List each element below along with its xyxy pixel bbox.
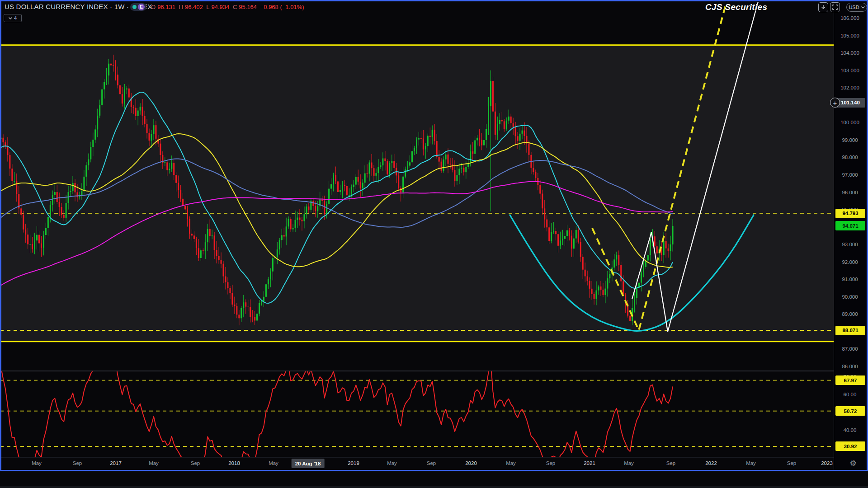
high-label: H (179, 4, 183, 10)
price-tick: 90.000 (834, 294, 866, 300)
time-tick-year: 2022 (705, 460, 717, 466)
download-button[interactable] (818, 2, 828, 12)
chart-window: US DOLLAR CURRENCY INDEX · 1W · INDEX E … (0, 0, 868, 488)
data-source-badge[interactable]: E (130, 3, 146, 11)
currency-dropdown[interactable]: USD (846, 3, 867, 12)
time-tick-month: Sep (666, 460, 675, 466)
time-tick-month: Sep (73, 460, 82, 466)
time-tick-month: Sep (191, 460, 200, 466)
close-label: C (233, 4, 237, 10)
top-right-controls: CJS Securities USD (705, 2, 818, 14)
chart-canvas[interactable] (0, 0, 834, 470)
chevron-down-icon (861, 6, 865, 9)
crosshair-date-label: 20 Aug '18 (292, 459, 325, 468)
time-tick-month: May (269, 460, 278, 466)
currency-value: USD (849, 5, 859, 10)
price-tick: 99.000 (834, 137, 866, 143)
realtime-dot-icon (132, 5, 137, 9)
high-value: 96.402 (185, 4, 203, 10)
rsi-tick: 40.00 (834, 427, 866, 433)
active-chart-border (0, 0, 868, 1)
time-tick-month: May (387, 460, 397, 466)
time-tick-year: 2019 (348, 460, 359, 466)
time-tick-year: 2023 (821, 460, 833, 466)
axis-settings-gear-icon[interactable]: ⚙ (848, 458, 859, 469)
price-tick: 93.000 (834, 241, 866, 248)
time-axis[interactable]: MaySep2017MaySep2018May2019MaySep2020May… (1, 457, 834, 470)
time-tick-month: May (746, 460, 756, 466)
indicator-legend-toggle[interactable]: 4 (4, 14, 22, 22)
price-tick: 100.000 (834, 119, 866, 126)
active-chart-border (0, 0, 1, 471)
brand-logo: CJS Securities (705, 2, 816, 12)
price-tick: 92.000 (834, 259, 866, 265)
time-tick-year: 2020 (465, 460, 477, 466)
time-tick-month: May (149, 460, 159, 466)
last-price-label: 94.071 (835, 221, 865, 230)
add-alert-plus-button[interactable]: + (830, 98, 840, 108)
price-tick: 98.000 (834, 154, 866, 160)
rsi-tick: 60.00 (834, 391, 866, 398)
price-tick: 103.000 (834, 67, 866, 74)
time-tick-month: May (624, 460, 634, 466)
time-tick-year: 2018 (228, 460, 240, 466)
window-edge (0, 486, 868, 488)
change-value: −0.968 (−1.01%) (260, 4, 304, 10)
time-tick-month: Sep (787, 460, 796, 466)
price-tick: 89.000 (834, 311, 866, 317)
price-tick: 91.000 (834, 276, 866, 282)
open-value: 96.131 (157, 4, 175, 10)
price-tick: 104.000 (834, 50, 866, 56)
rsi-mid-label: 50.72 (835, 406, 865, 416)
active-chart-border (0, 470, 868, 471)
ohlc-readout: O96.131 H96.402 L94.934 C95.164 −0.968 (… (151, 4, 306, 10)
price-tick: 86.000 (834, 363, 866, 370)
fullscreen-icon (832, 5, 838, 10)
download-icon (821, 5, 826, 10)
time-tick-month: May (32, 460, 42, 466)
fullscreen-button[interactable] (830, 2, 840, 12)
indicator-count: 4 (14, 15, 17, 21)
rsi-lower-label: 30.92 (835, 441, 865, 451)
rsi-upper-label: 67.97 (835, 375, 865, 385)
price-tick: 106.000 (834, 15, 866, 21)
time-tick-month: Sep (546, 460, 555, 466)
time-tick-year: 2021 (584, 460, 595, 466)
price-tick: 96.000 (834, 189, 866, 196)
time-tick-year: 2017 (110, 460, 122, 466)
price-tick: 102.000 (834, 84, 866, 91)
price-axis[interactable]: 106.000105.000104.000103.000102.000100.0… (834, 1, 867, 470)
support-price-label: 88.071 (835, 326, 865, 335)
price-tick: 105.000 (834, 33, 866, 39)
low-label: L (206, 4, 209, 10)
resistance-price-label: 94.793 (835, 209, 865, 218)
low-value: 94.934 (212, 4, 230, 10)
time-tick-month: Sep (427, 460, 436, 466)
price-tick: 87.000 (834, 346, 866, 352)
exchange-badge-icon: E (138, 4, 145, 10)
price-tick: 97.000 (834, 172, 866, 178)
close-value: 95.164 (239, 4, 257, 10)
chevron-down-icon (9, 17, 12, 19)
time-tick-month: May (506, 460, 516, 466)
open-label: O (151, 4, 156, 10)
